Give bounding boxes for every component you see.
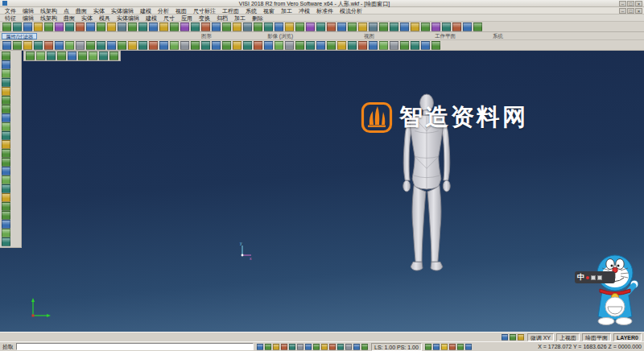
left-toolbar-icon[interactable] <box>2 131 10 140</box>
menu-item[interactable]: 标准件 <box>313 7 336 14</box>
toolbar-icon[interactable] <box>44 23 53 31</box>
menu-item[interactable]: 建模 <box>137 7 155 14</box>
ime-bar[interactable]: 中 <box>575 271 615 283</box>
secondary-menu-item[interactable]: 归档 <box>213 14 231 22</box>
left-toolbar-icon[interactable] <box>2 52 10 60</box>
status-icon[interactable] <box>361 344 368 350</box>
menu-item[interactable]: 分析 <box>155 7 172 14</box>
maximize-button[interactable]: □ <box>627 1 634 6</box>
ime-language-indicator[interactable]: 中 <box>577 271 584 283</box>
toolbar-icon[interactable] <box>358 41 367 50</box>
viewport-3d[interactable]: 智造资料网 y x <box>0 51 644 332</box>
menu-item[interactable]: 加工 <box>278 7 295 14</box>
toolbar-icon[interactable] <box>65 41 74 50</box>
toolbar-icon[interactable] <box>306 41 315 50</box>
toolbar-icon[interactable] <box>400 41 409 50</box>
toolbar-icon[interactable] <box>390 41 398 50</box>
toolbar-icon[interactable] <box>411 41 419 50</box>
left-toolbar-icon[interactable] <box>2 220 10 229</box>
toolbar-icon[interactable] <box>337 23 346 31</box>
toolbar-icon[interactable] <box>316 41 325 50</box>
secondary-menu-item[interactable]: 线架构 <box>37 14 60 22</box>
toolbar-icon[interactable] <box>201 41 210 50</box>
left-toolbar-icon[interactable] <box>2 60 10 69</box>
secondary-menu-item[interactable]: 模具 <box>96 14 114 22</box>
status-icon[interactable] <box>281 344 287 350</box>
left-toolbar-icon[interactable] <box>2 184 10 193</box>
toolbar-icon[interactable] <box>13 41 22 50</box>
secondary-menu-item[interactable]: 删除 <box>249 14 266 22</box>
secondary-menu-item[interactable]: 变换 <box>196 14 213 22</box>
toolbar-icon[interactable] <box>348 41 357 50</box>
toolbar-icon[interactable] <box>473 23 482 31</box>
toolbar-icon[interactable] <box>191 41 200 50</box>
secondary-menu-item[interactable]: 实体编辑 <box>114 14 142 22</box>
toolbar-icon[interactable] <box>107 23 116 31</box>
minimize-button[interactable]: – <box>619 1 626 6</box>
toolbar-icon[interactable] <box>264 23 273 31</box>
mdi-minimize-button[interactable]: – <box>619 8 626 14</box>
menu-item[interactable]: 视图 <box>172 7 190 14</box>
toolbar-icon[interactable] <box>180 41 189 50</box>
view-name[interactable]: 上视图 <box>556 333 580 341</box>
toolbar-icon[interactable] <box>201 23 210 31</box>
toolbar-icon[interactable] <box>170 41 179 50</box>
toolbar-icon[interactable] <box>243 23 252 31</box>
toolbar-icon[interactable] <box>109 52 118 60</box>
toolbar-icon[interactable] <box>295 41 304 50</box>
status-icon[interactable] <box>353 344 360 350</box>
toolbar-icon[interactable] <box>316 23 325 31</box>
toolbar-icon[interactable] <box>13 23 22 31</box>
toolbar-icon[interactable] <box>128 41 137 50</box>
left-toolbar-icon[interactable] <box>2 96 10 105</box>
menu-item[interactable]: 编辑 <box>19 7 37 14</box>
menu-item[interactable]: 曲面 <box>72 7 90 14</box>
status-icon[interactable] <box>289 344 295 350</box>
toolbar-icon[interactable] <box>390 23 398 31</box>
status-icon[interactable] <box>257 344 263 350</box>
toolbar-icon[interactable] <box>149 41 158 50</box>
toolbar-icon[interactable] <box>306 23 315 31</box>
toolbar-icon[interactable] <box>285 23 294 31</box>
menu-item[interactable]: 文件 <box>2 7 19 14</box>
toolbar-icon[interactable] <box>2 41 11 50</box>
toolbar-icon[interactable] <box>421 23 430 31</box>
toolbar-icon[interactable] <box>285 41 294 50</box>
status-icon[interactable] <box>457 344 464 350</box>
secondary-menu-item[interactable]: 曲面 <box>60 14 78 22</box>
toolbar-icon[interactable] <box>358 23 367 31</box>
toolbar-icon[interactable] <box>275 23 283 31</box>
toolbar-icon[interactable] <box>36 52 45 60</box>
toolbar-icon[interactable] <box>138 41 147 50</box>
status-icon[interactable] <box>425 344 431 350</box>
toolbar-icon[interactable] <box>369 41 378 50</box>
toolbar-icon[interactable] <box>78 52 87 60</box>
toolbar-icon[interactable] <box>128 23 137 31</box>
toolbar-icon[interactable] <box>254 23 262 31</box>
toolbar-icon[interactable] <box>254 41 262 50</box>
toolbar-icon[interactable] <box>99 52 108 60</box>
secondary-menu-item[interactable]: 建模 <box>142 14 160 22</box>
mdi-maximize-button[interactable]: □ <box>627 8 634 14</box>
menu-item[interactable]: 线架构 <box>37 7 60 14</box>
toolbar-icon[interactable] <box>212 23 221 31</box>
status-icon[interactable] <box>502 334 508 341</box>
toolbar-icon[interactable] <box>212 41 221 50</box>
toolbar-icon[interactable] <box>76 41 85 50</box>
status-icon[interactable] <box>329 344 336 350</box>
toolbar-icon[interactable] <box>26 52 35 60</box>
toolbar-icon[interactable] <box>34 41 43 50</box>
toolbar-icon[interactable] <box>76 23 85 31</box>
left-toolbar-icon[interactable] <box>2 237 10 246</box>
toolbar-icon[interactable] <box>159 23 168 31</box>
menu-item[interactable]: 工程图 <box>219 7 242 14</box>
workplane-name[interactable]: 绘图平面 <box>582 333 611 341</box>
toolbar-icon[interactable] <box>452 23 461 31</box>
toolbar-icon[interactable] <box>55 23 64 31</box>
left-toolbar-icon[interactable] <box>2 167 10 176</box>
toolbar-icon[interactable] <box>337 41 346 50</box>
toolbar-icon[interactable] <box>369 23 378 31</box>
status-icon[interactable] <box>465 344 472 350</box>
layer-indicator[interactable]: LAYER0 <box>613 333 642 341</box>
toolbar-icon[interactable] <box>118 23 126 31</box>
